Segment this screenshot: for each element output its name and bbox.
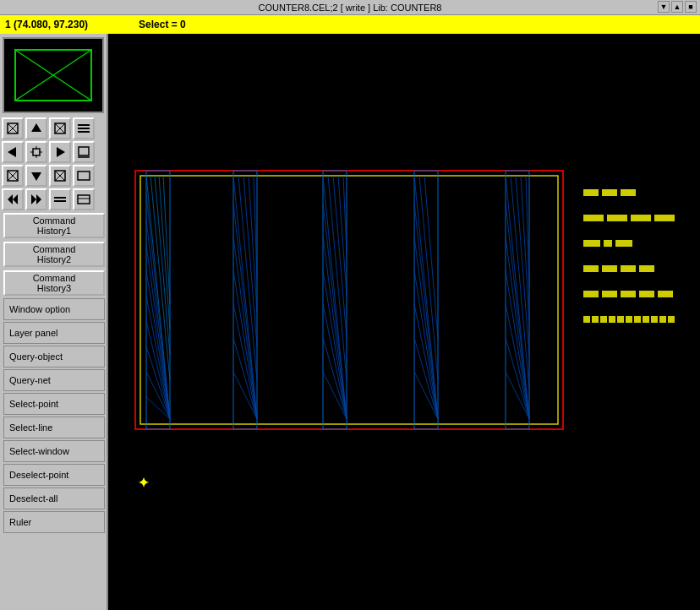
svg-rect-112 (602, 265, 617, 272)
svg-line-47 (146, 220, 170, 419)
coordinates: 1 (74.080, 97.230) (5, 19, 88, 30)
svg-line-58 (233, 237, 257, 419)
svg-rect-105 (607, 215, 627, 221)
svg-rect-122 (600, 316, 607, 323)
add-btn[interactable] (2, 165, 24, 187)
svg-rect-130 (668, 316, 675, 323)
svg-rect-124 (617, 316, 624, 323)
svg-line-48 (146, 245, 170, 419)
component-panel (582, 186, 683, 326)
svg-line-78 (343, 176, 347, 253)
origin-marker: ✦ (138, 475, 149, 491)
zoom-btn[interactable] (73, 141, 95, 163)
svg-rect-110 (615, 240, 632, 247)
svg-rect-35 (54, 200, 66, 202)
svg-rect-106 (631, 215, 651, 221)
component-6 (582, 313, 683, 326)
svg-rect-14 (33, 149, 40, 155)
more-btn[interactable] (49, 188, 71, 210)
svg-rect-117 (621, 291, 636, 297)
svg-marker-30 (8, 194, 13, 204)
query-object-item[interactable]: Query-object (3, 346, 105, 368)
svg-marker-32 (36, 194, 41, 204)
cross-box-btn[interactable] (49, 117, 71, 139)
command-history-3-btn[interactable]: CommandHistory3 (3, 270, 105, 296)
svg-rect-113 (621, 265, 636, 272)
svg-rect-119 (658, 291, 673, 297)
deselect-all-item[interactable]: Deselect-all (3, 487, 105, 509)
fit-btn[interactable] (73, 165, 95, 187)
svg-line-60 (233, 304, 257, 419)
svg-line-51 (146, 321, 170, 419)
component-5 (582, 287, 683, 301)
ruler-item[interactable]: Ruler (3, 511, 105, 533)
svg-line-69 (323, 203, 347, 419)
svg-rect-11 (78, 128, 90, 129)
properties-btn[interactable] (73, 117, 95, 139)
select-line-item[interactable]: Select-line (3, 417, 105, 438)
svg-rect-12 (78, 131, 90, 133)
minimize-button[interactable]: ▼ (658, 1, 670, 13)
svg-rect-118 (639, 291, 654, 297)
svg-rect-10 (78, 124, 90, 126)
svg-rect-123 (609, 316, 615, 323)
svg-line-70 (323, 237, 347, 419)
close-button[interactable]: ■ (685, 1, 697, 13)
layer-panel-item[interactable]: Layer panel (3, 322, 105, 344)
component-1 (582, 186, 666, 199)
select-window-item[interactable]: Select-window (3, 440, 105, 462)
svg-rect-34 (54, 197, 66, 199)
command-history-1-btn[interactable]: CommandHistory1 (3, 213, 105, 238)
svg-line-81 (414, 203, 438, 419)
svg-rect-128 (651, 316, 658, 323)
svg-line-94 (506, 304, 529, 419)
svg-line-97 (511, 176, 529, 389)
delete-btn[interactable] (49, 165, 71, 187)
deselect-point-item[interactable]: Deselect-point (3, 464, 105, 486)
select-icon-btn[interactable] (2, 117, 24, 139)
svg-rect-108 (583, 240, 600, 247)
up-arrow-btn[interactable] (25, 117, 47, 139)
svg-rect-29 (78, 172, 90, 180)
svg-rect-39 (140, 176, 558, 424)
schematic-diagram (134, 169, 565, 431)
move-btn[interactable] (25, 141, 47, 163)
maximize-button[interactable]: ▲ (671, 1, 683, 13)
svg-marker-31 (13, 194, 18, 204)
svg-rect-127 (643, 316, 649, 323)
svg-line-57 (233, 203, 257, 419)
svg-rect-36 (78, 195, 90, 204)
svg-rect-115 (583, 291, 599, 297)
component-2 (582, 211, 683, 225)
toolbar-row-1 (0, 117, 107, 140)
next-btn[interactable] (25, 188, 47, 210)
svg-rect-120 (583, 316, 590, 323)
window-option-item[interactable]: Window option (3, 298, 105, 320)
prev-btn[interactable] (2, 188, 24, 210)
title-bar: COUNTER8.CEL;2 [ write ] Lib: COUNTER8 ▼… (0, 0, 700, 15)
extra-btn[interactable] (73, 188, 95, 210)
svg-rect-126 (634, 316, 641, 323)
svg-marker-25 (31, 172, 41, 181)
svg-rect-114 (639, 265, 654, 272)
svg-line-82 (414, 237, 438, 419)
left-arrow-btn[interactable] (2, 141, 24, 163)
down-arrow-btn[interactable] (25, 165, 47, 187)
title-text: COUNTER8.CEL;2 [ write ] Lib: COUNTER8 (259, 3, 442, 13)
svg-marker-33 (31, 194, 36, 204)
svg-rect-104 (583, 215, 604, 221)
svg-rect-125 (626, 316, 632, 323)
svg-rect-103 (621, 189, 636, 196)
thumbnail-preview (3, 37, 104, 113)
svg-rect-20 (79, 147, 89, 155)
svg-line-90 (506, 176, 529, 419)
query-net-item[interactable]: Query-net (3, 369, 105, 391)
svg-line-46 (146, 194, 170, 419)
svg-rect-109 (604, 240, 612, 247)
select-point-item[interactable]: Select-point (3, 393, 105, 415)
svg-rect-121 (592, 316, 599, 323)
svg-rect-111 (583, 265, 599, 272)
right-arrow-btn[interactable] (49, 141, 71, 163)
command-history-2-btn[interactable]: CommandHistory2 (3, 242, 105, 267)
canvas-area: ✦ (108, 34, 700, 610)
